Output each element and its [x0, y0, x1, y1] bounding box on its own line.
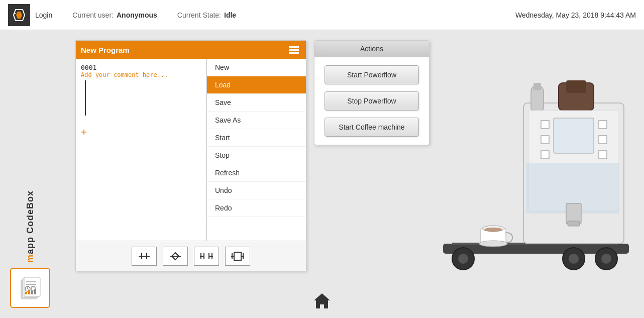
svg-rect-53 — [599, 121, 607, 129]
current-user-value: Anonymous — [117, 11, 157, 19]
app-logo — [8, 4, 30, 26]
svg-rect-16 — [31, 291, 33, 294]
sidebar-icon-box[interactable] — [10, 268, 50, 308]
code-editor[interactable]: 0001 Add your comment here... + — [76, 59, 206, 241]
svg-marker-62 — [314, 293, 330, 308]
actions-body: Start PowerflowStop PowerflowStart Coffe… — [314, 57, 429, 145]
action-btn-start-powerflow[interactable]: Start Powerflow — [325, 65, 419, 84]
svg-rect-56 — [541, 151, 549, 159]
svg-point-45 — [484, 228, 502, 232]
svg-point-44 — [479, 241, 507, 247]
codebox-toolbar — [76, 241, 306, 271]
svg-point-36 — [458, 254, 468, 264]
sidebar: mapp CodeBox — [0, 30, 60, 318]
svg-point-38 — [569, 254, 579, 264]
svg-rect-50 — [566, 80, 586, 93]
codebox-body: 0001 Add your comment here... + NewLoadS… — [76, 59, 306, 241]
codebox-menu-button[interactable] — [287, 45, 301, 55]
svg-point-40 — [601, 254, 611, 264]
code-cursor — [85, 80, 86, 116]
codebox-header: New Program — [76, 41, 306, 59]
svg-rect-55 — [599, 136, 607, 144]
svg-rect-58 — [554, 118, 594, 153]
actions-panel: Actions Start PowerflowStop PowerflowSta… — [314, 40, 430, 145]
menu-item-new[interactable]: New — [207, 59, 306, 76]
sidebar-app-name: mapp CodeBox — [25, 190, 36, 263]
svg-rect-14 — [25, 292, 27, 294]
svg-rect-57 — [599, 151, 607, 159]
login-link[interactable]: Login — [35, 11, 52, 19]
toolbar-btn-func[interactable] — [225, 247, 250, 266]
code-add-button[interactable]: + — [81, 126, 87, 138]
toolbar-btn-coil[interactable] — [194, 247, 219, 266]
svg-rect-52 — [541, 121, 549, 129]
svg-rect-31 — [234, 252, 241, 260]
current-user-label: Current user: — [72, 11, 114, 19]
action-btn-stop-powerflow[interactable]: Stop Powerflow — [325, 91, 419, 111]
action-btn-start-coffee-machine[interactable]: Start Coffee machine — [325, 118, 419, 137]
home-button[interactable] — [313, 292, 331, 313]
svg-rect-48 — [533, 83, 541, 90]
menu-item-redo[interactable]: Redo — [207, 199, 306, 217]
code-line-number: 0001 — [81, 64, 201, 71]
codebox-panel: New Program 0001 Add your comment here..… — [75, 40, 306, 271]
svg-rect-17 — [34, 289, 36, 294]
machine-illustration — [433, 33, 634, 294]
toolbar-btn-branch[interactable] — [163, 247, 188, 266]
svg-rect-60 — [566, 203, 581, 224]
menu-item-save-as[interactable]: Save As — [207, 112, 306, 129]
menu-item-load[interactable]: Load — [207, 76, 306, 94]
current-state-label: Current State: — [177, 11, 221, 19]
svg-rect-15 — [28, 290, 30, 294]
toolbar-btn-nop[interactable] — [132, 247, 157, 266]
menu-item-refresh[interactable]: Refresh — [207, 164, 306, 182]
current-state-value: Idle — [224, 11, 236, 19]
menu-item-start[interactable]: Start — [207, 129, 306, 147]
codebox-dropdown: NewLoadSaveSave AsStartStopRefreshUndoRe… — [206, 59, 306, 241]
menu-item-undo[interactable]: Undo — [207, 182, 306, 199]
svg-rect-61 — [568, 221, 580, 226]
code-comment: Add your comment here... — [81, 71, 201, 78]
m-letter: m — [25, 254, 35, 263]
svg-marker-1 — [16, 12, 22, 19]
actions-header: Actions — [314, 41, 429, 57]
menu-item-save[interactable]: Save — [207, 94, 306, 112]
datetime: Wednesday, May 23, 2018 9:44:43 AM — [515, 11, 636, 19]
header: Login Current user: Anonymous Current St… — [0, 0, 644, 30]
svg-rect-54 — [541, 136, 549, 144]
menu-item-stop[interactable]: Stop — [207, 147, 306, 164]
svg-line-10 — [28, 289, 29, 289]
codebox-title: New Program — [81, 46, 287, 54]
